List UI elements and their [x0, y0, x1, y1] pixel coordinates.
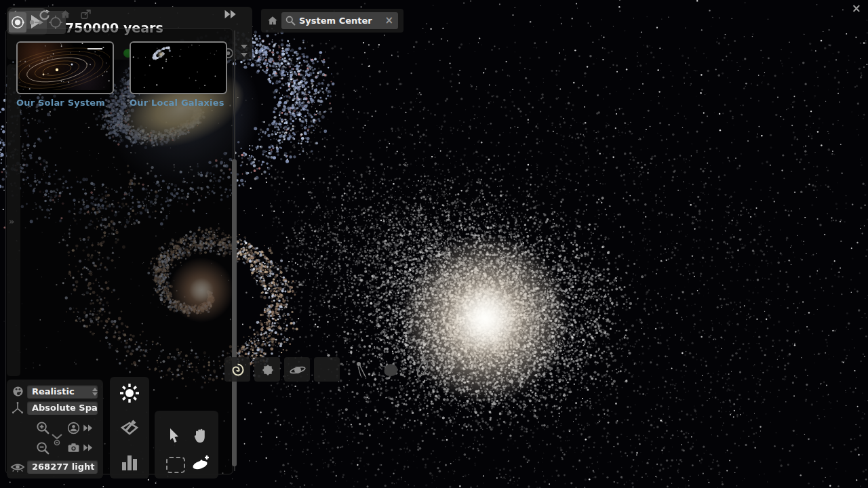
star-brightness-button[interactable] [119, 382, 140, 404]
open-external-button[interactable] [80, 9, 92, 20]
follow-fast-forward-icon[interactable] [83, 424, 94, 432]
tab-add-comet[interactable] [354, 360, 370, 379]
mode-target-button[interactable] [47, 12, 64, 33]
camera-icon[interactable] [67, 442, 80, 453]
library-item[interactable]: Our Solar System [16, 41, 118, 108]
follow-object-icon[interactable] [66, 421, 81, 435]
library-item-label: Our Solar System [16, 98, 118, 108]
chart-tool-button[interactable] [121, 453, 138, 472]
star-icon [260, 362, 276, 378]
dropdown-down-arrow[interactable] [92, 392, 98, 396]
tab-add-star[interactable] [254, 357, 280, 382]
moon-icon [319, 362, 336, 378]
add-body-touch-button[interactable] [191, 453, 211, 473]
frame-view-icon[interactable] [50, 432, 64, 447]
search-input[interactable] [299, 14, 379, 27]
library-item-thumbnail[interactable] [16, 41, 114, 94]
library-item-label: Our Local Galaxies [130, 98, 231, 108]
search-panel: × [261, 9, 403, 33]
home-icon[interactable] [267, 15, 279, 27]
mode-orbit-button[interactable] [9, 12, 26, 33]
step-down-arrow[interactable] [241, 53, 248, 57]
library-item-thumbnail[interactable] [130, 41, 227, 94]
velocity-arrow-icon [29, 18, 44, 27]
view-settings-panel: Realistic Absolute Space [7, 380, 103, 479]
space-mode-button[interactable]: Absolute Space [27, 401, 98, 415]
close-panel-icon[interactable]: × [852, 1, 861, 15]
scene-toolbar [110, 377, 149, 479]
tab-add-moon[interactable] [314, 357, 340, 382]
tab-add-ring[interactable] [412, 358, 433, 380]
forward-button[interactable] [224, 9, 237, 20]
ringed-planet-icon [290, 362, 306, 378]
zoom-out-button[interactable] [35, 441, 51, 456]
library-item[interactable]: Our Local Galaxies [130, 41, 231, 108]
mode-velocity-button[interactable] [28, 12, 45, 33]
galaxy-icon [230, 362, 246, 378]
dropdown-up-arrow[interactable] [92, 388, 98, 391]
zoom-in-button[interactable] [35, 420, 51, 436]
orbit-body-icon [10, 15, 25, 30]
palette-icon [12, 385, 24, 398]
tab-add-asteroid[interactable] [381, 361, 400, 379]
view-scale-eye-icon [10, 461, 25, 474]
render-mode-dropdown[interactable]: Realistic [27, 385, 98, 399]
search-icon [285, 15, 296, 26]
box-select-button[interactable] [166, 457, 185, 473]
paint-tool-button[interactable] [119, 418, 140, 438]
tab-add-galaxy[interactable] [224, 357, 250, 382]
placement-mode-group [7, 11, 66, 34]
step-up-arrow[interactable] [241, 45, 248, 49]
scrollbar-thumb[interactable] [232, 159, 237, 466]
crosshair-icon [48, 15, 63, 30]
camera-fast-forward-icon[interactable] [83, 443, 94, 452]
pan-hand-button[interactable] [193, 427, 209, 445]
app-window: » 750000 years G [0, 0, 868, 488]
tools-panel [155, 411, 218, 479]
clear-search-icon[interactable]: × [384, 14, 393, 26]
tab-add-planet[interactable] [284, 357, 310, 382]
search-box[interactable]: × [281, 12, 398, 29]
view-scale-field[interactable]: 268277 light years [27, 460, 98, 474]
space-axes-icon [11, 401, 24, 415]
select-cursor-button[interactable] [167, 427, 182, 445]
